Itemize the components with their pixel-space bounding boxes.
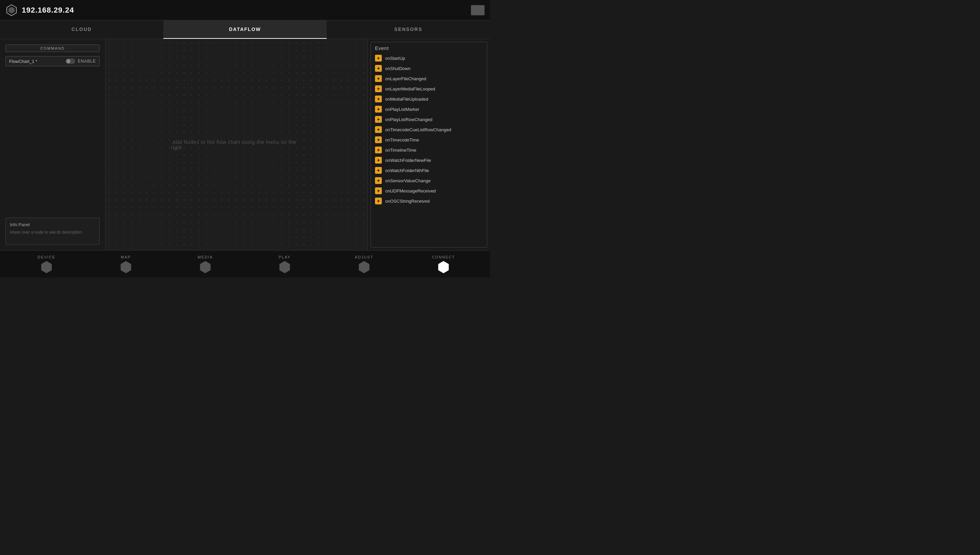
main-content: COMMAND FlowChart_1 * ENABLE Info Panel … [0,39,490,250]
event-item-onShutDown[interactable]: + onShutDown [371,63,487,74]
bottom-nav: DEVICE MAP MEDIA PLAY ADJUST CONNECT [0,250,490,278]
tab-cloud[interactable]: CLOUD [0,21,163,39]
event-item-onMediaFileUploaded[interactable]: + onMediaFileUploaded [371,94,487,104]
media-hexagon [199,261,211,273]
event-item-onStartUp[interactable]: + onStartUp [371,53,487,63]
bottom-nav-map[interactable]: MAP [86,255,165,273]
event-name-onShutDown: onShutDown [385,66,410,71]
enable-label: ENABLE [78,59,96,64]
event-name-onOSCStringReceived: onOSCStringReceived [385,199,430,204]
canvas-area[interactable]: .Add Nodes to the flow chart using the m… [106,39,368,250]
event-add-btn-onSensorValueChange[interactable]: + [375,177,382,184]
event-add-btn-onLayerMediaFileLooped[interactable]: + [375,85,382,92]
flowchart-name: FlowChart_1 * [9,59,63,64]
event-add-btn-onTimecodeTime[interactable]: + [375,136,382,143]
event-name-onPlayListRowChanged: onPlayListRowChanged [385,117,432,122]
header: 192.168.29.24 [0,0,490,21]
event-item-onUDPMessageReceived[interactable]: + onUDPMessageReceived [371,186,487,196]
header-title: 192.168.29.24 [22,6,74,14]
flowchart-row: FlowChart_1 * ENABLE [5,56,100,66]
svg-marker-1 [8,7,14,14]
event-add-btn-onLayerFileChanged[interactable]: + [375,75,382,82]
event-name-onUDPMessageReceived: onUDPMessageReceived [385,188,436,194]
map-hexagon [120,261,132,273]
event-add-btn-onTimecodeCueListRowChanged[interactable]: + [375,126,382,133]
event-panel: Event + onStartUp + onShutDown + onLayer… [371,42,487,247]
bottom-nav-device[interactable]: DEVICE [7,255,86,273]
event-item-onSensorValueChange[interactable]: + onSensorValueChange [371,175,487,186]
spacer [5,71,100,213]
event-add-btn-onTimelineTime[interactable]: + [375,147,382,153]
event-name-onLayerMediaFileLooped: onLayerMediaFileLooped [385,87,435,91]
nav-tabs: CLOUD DATAFLOW SENSORS [0,21,490,39]
bottom-nav-adjust[interactable]: ADJUST [324,255,403,273]
tab-sensors[interactable]: SENSORS [327,21,490,39]
event-name-onLayerFileChanged: onLayerFileChanged [385,76,426,81]
event-item-onTimecodeCueListRowChanged[interactable]: + onTimecodeCueListRowChanged [371,125,487,135]
connect-hexagon [437,261,450,273]
event-item-onTimelineTime[interactable]: + onTimelineTime [371,145,487,155]
bottom-nav-media-label: MEDIA [198,255,213,259]
play-hexagon [279,261,291,273]
info-panel: Info Panel Hover over a node to see its … [5,218,100,245]
left-panel: COMMAND FlowChart_1 * ENABLE Info Panel … [0,39,106,250]
event-name-onMediaFileUploaded: onMediaFileUploaded [385,96,428,102]
right-panel: Event + onStartUp + onShutDown + onLayer… [368,39,490,250]
event-item-onWatchFolderNthFile[interactable]: + onWatchFolderNthFile [371,165,487,175]
header-button[interactable] [471,5,485,15]
bottom-nav-connect[interactable]: CONNECT [404,255,483,273]
event-add-btn-onWatchFolderNthFile[interactable]: + [375,167,382,174]
event-add-btn-onPlayListRowChanged[interactable]: + [375,116,382,123]
event-name-onWatchFolderNthFile: onWatchFolderNthFile [385,168,429,173]
event-item-onLayerMediaFileLooped[interactable]: + onLayerMediaFileLooped [371,83,487,94]
event-name-onPlayListMarker: onPlayListMarker [385,107,419,112]
event-add-btn-onMediaFileUploaded[interactable]: + [375,96,382,103]
event-add-btn-onUDPMessageReceived[interactable]: + [375,188,382,194]
event-item-onOSCStringReceived[interactable]: + onOSCStringReceived [371,196,487,206]
event-add-btn-onPlayListMarker[interactable]: + [375,106,382,112]
event-add-btn-onShutDown[interactable]: + [375,65,382,72]
event-add-btn-onWatchFolderNewFile[interactable]: + [375,157,382,164]
event-name-onTimecodeTime: onTimecodeTime [385,137,419,143]
event-item-onWatchFolderNewFile[interactable]: + onWatchFolderNewFile [371,155,487,165]
bottom-nav-adjust-label: ADJUST [355,255,374,259]
bottom-nav-device-label: DEVICE [37,255,55,259]
event-add-btn-onStartUp[interactable]: + [375,55,382,61]
bottom-nav-play[interactable]: PLAY [245,255,324,273]
event-item-onLayerFileChanged[interactable]: + onLayerFileChanged [371,74,487,83]
event-item-onPlayListRowChanged[interactable]: + onPlayListRowChanged [371,114,487,125]
event-name-onStartUp: onStartUp [385,56,405,61]
event-add-btn-onOSCStringReceived[interactable]: + [375,197,382,204]
event-name-onSensorValueChange: onSensorValueChange [385,178,431,183]
command-label: COMMAND [5,45,100,52]
logo-icon [5,4,18,16]
bottom-nav-map-label: MAP [121,255,131,259]
bottom-nav-connect-label: CONNECT [432,255,455,259]
event-section-title: Event [371,42,487,53]
enable-toggle[interactable] [66,58,75,64]
event-name-onTimecodeCueListRowChanged: onTimecodeCueListRowChanged [385,127,451,132]
info-panel-title: Info Panel [10,222,95,227]
device-hexagon [40,261,53,273]
info-panel-description: Hover over a node to see its description [10,229,95,235]
canvas-dots [106,39,368,250]
event-item-onPlayListMarker[interactable]: + onPlayListMarker [371,104,487,114]
bottom-nav-media[interactable]: MEDIA [166,255,245,273]
tab-dataflow[interactable]: DATAFLOW [163,21,327,39]
adjust-hexagon [358,261,370,273]
event-name-onWatchFolderNewFile: onWatchFolderNewFile [385,158,431,163]
bottom-nav-play-label: PLAY [279,255,291,259]
event-item-onTimecodeTime[interactable]: + onTimecodeTime [371,135,487,145]
event-name-onTimelineTime: onTimelineTime [385,148,416,153]
